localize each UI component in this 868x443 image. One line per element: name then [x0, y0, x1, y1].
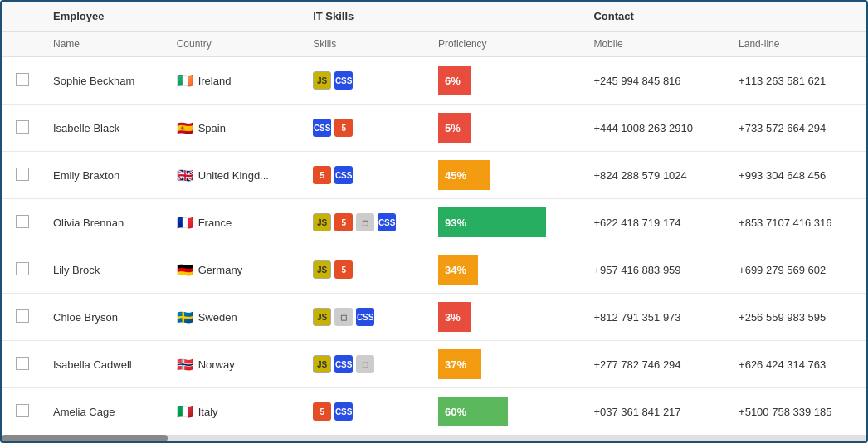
skill-icon-js: JS [313, 308, 331, 326]
row-name: Isabella Cadwell [43, 341, 167, 388]
horizontal-scrollbar[interactable] [2, 435, 866, 441]
proficiency-bar: 5% [438, 113, 471, 143]
country-flag: 🇪🇸 [177, 120, 193, 136]
country-name: Germany [198, 264, 242, 276]
country-name: France [198, 217, 232, 229]
row-name: Isabelle Black [43, 105, 167, 152]
country-name: Sweden [198, 311, 237, 324]
proficiency-bar-container: 37% [438, 349, 573, 379]
country-flag: 🇮🇹 [177, 404, 193, 420]
table-row: Amelia Cage🇮🇹Italy5CSS60%+037 361 841 21… [2, 388, 866, 436]
country-name: Norway [198, 358, 235, 371]
table-row: Lily Brock🇩🇪GermanyJS534%+957 416 883 95… [2, 246, 866, 294]
proficiency-bar: 93% [438, 207, 546, 237]
row-landline: +113 263 581 621 [729, 57, 866, 105]
col-proficiency: Proficiency [428, 32, 583, 57]
proficiency-bar: 6% [438, 66, 471, 95]
row-mobile: +622 418 719 174 [583, 199, 729, 246]
main-container: Employee IT Skills Contact Name Country … [0, 0, 868, 443]
skill-icon-css: CSS [334, 166, 353, 184]
row-country: 🇩🇪Germany [167, 246, 303, 294]
proficiency-bar: 3% [438, 302, 471, 332]
country-flag: 🇮🇪 [177, 73, 193, 89]
country-name: United Kingd... [198, 169, 269, 182]
row-country: 🇳🇴Norway [167, 341, 303, 388]
row-skills: JSCSS [303, 57, 428, 105]
row-name: Chloe Bryson [43, 294, 167, 341]
table-row: Isabella Cadwell🇳🇴NorwayJSCSS◻37%+277 78… [2, 341, 866, 388]
proficiency-bar: 37% [438, 349, 481, 379]
skill-icon-html: 5 [313, 402, 331, 421]
country-name: Spain [198, 122, 226, 134]
row-skills: JS◻CSS [303, 294, 428, 341]
table-row: Sophie Beckham🇮🇪IrelandJSCSS6%+245 994 8… [2, 57, 866, 105]
row-name: Emily Braxton [43, 152, 167, 199]
country-flag: 🇸🇪 [177, 309, 193, 325]
row-proficiency: 3% [428, 294, 583, 341]
country-flag: 🇬🇧 [177, 168, 193, 183]
col-mobile: Mobile [583, 32, 729, 57]
proficiency-bar-container: 60% [438, 397, 573, 426]
table-row: Isabelle Black🇪🇸SpainCSS55%+444 1008 263… [2, 105, 866, 152]
table-body: Sophie Beckham🇮🇪IrelandJSCSS6%+245 994 8… [2, 57, 866, 436]
row-name: Sophie Beckham [43, 57, 167, 105]
row-mobile: +957 416 883 959 [583, 246, 729, 294]
row-name: Olivia Brennan [43, 199, 167, 246]
skill-icon-html: 5 [313, 166, 331, 184]
row-checkbox[interactable] [16, 404, 29, 417]
it-skills-group-header: IT Skills [303, 2, 583, 32]
col-header-row: Name Country Skills Proficiency Mobile L… [2, 32, 866, 57]
row-proficiency: 34% [428, 246, 583, 294]
row-proficiency: 6% [428, 57, 583, 105]
row-skills: JSCSS◻ [303, 341, 428, 388]
proficiency-bar-container: 5% [438, 113, 573, 143]
proficiency-bar-container: 3% [438, 302, 573, 332]
proficiency-bar-container: 93% [438, 207, 573, 237]
row-landline: +699 279 569 602 [729, 246, 866, 294]
table-row: Olivia Brennan🇫🇷FranceJS5◻CSS93%+622 418… [2, 199, 866, 246]
row-country: 🇫🇷France [167, 199, 303, 246]
table-row: Chloe Bryson🇸🇪SwedenJS◻CSS3%+812 791 351… [2, 294, 866, 341]
proficiency-bar: 60% [438, 397, 508, 426]
row-landline: +853 7107 416 316 [729, 199, 866, 246]
skill-icon-gray: ◻ [356, 355, 374, 373]
row-proficiency: 37% [428, 341, 583, 388]
skill-icon-js: JS [313, 260, 331, 279]
skill-icon-css: CSS [313, 119, 331, 137]
row-landline: +626 424 314 763 [729, 341, 866, 388]
row-checkbox[interactable] [16, 357, 29, 370]
row-checkbox[interactable] [16, 262, 29, 275]
proficiency-bar-container: 45% [438, 160, 573, 190]
table-row: Emily Braxton🇬🇧United Kingd...5CSS45%+82… [2, 152, 866, 199]
row-skills: JS5 [303, 246, 428, 294]
row-checkbox[interactable] [16, 309, 29, 323]
row-name: Amelia Cage [43, 388, 167, 436]
row-country: 🇮🇪Ireland [167, 57, 303, 105]
country-name: Ireland [198, 75, 232, 87]
checkbox-header-empty [2, 2, 43, 32]
row-checkbox-cell [2, 57, 43, 105]
scrollbar-thumb[interactable] [2, 435, 168, 441]
row-checkbox-cell [2, 341, 43, 388]
col-checkbox [2, 32, 43, 57]
row-checkbox[interactable] [16, 215, 29, 228]
row-country: 🇪🇸Spain [167, 105, 303, 152]
skill-icon-css: CSS [334, 402, 353, 421]
row-proficiency: 5% [428, 105, 583, 152]
proficiency-bar: 45% [438, 160, 490, 190]
skill-icon-css: CSS [334, 71, 353, 90]
country-flag: 🇳🇴 [177, 357, 193, 372]
skill-icon-html: 5 [334, 213, 353, 231]
row-checkbox[interactable] [16, 120, 29, 134]
row-skills: 5CSS [303, 388, 428, 436]
row-name: Lily Brock [43, 246, 167, 294]
proficiency-bar: 34% [438, 255, 478, 285]
row-checkbox-cell [2, 152, 43, 199]
data-table: Employee IT Skills Contact Name Country … [2, 2, 866, 435]
row-checkbox[interactable] [16, 168, 29, 181]
row-landline: +5100 758 339 185 [729, 388, 866, 436]
row-country: 🇬🇧United Kingd... [167, 152, 303, 199]
skill-icon-js: JS [313, 71, 331, 90]
row-checkbox[interactable] [16, 73, 29, 86]
row-country: 🇮🇹Italy [167, 388, 303, 436]
